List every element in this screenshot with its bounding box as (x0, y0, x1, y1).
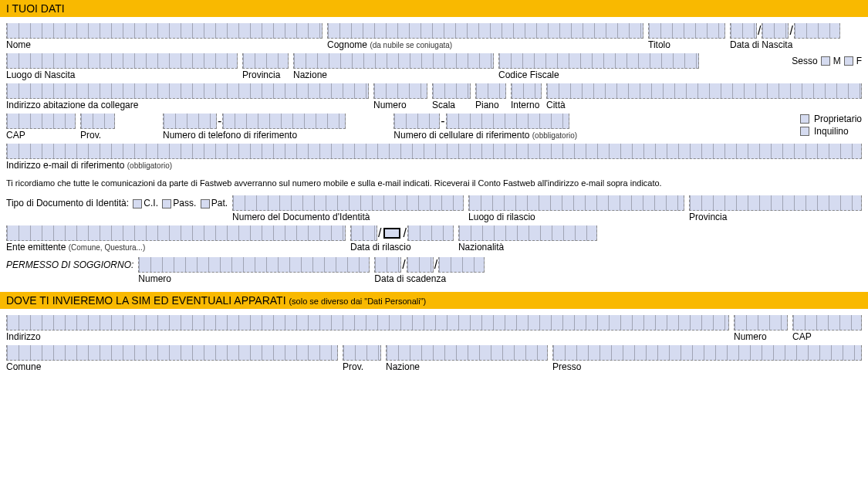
input-cap2[interactable] (792, 315, 862, 331)
input-presso[interactable] (552, 345, 862, 361)
input-codice-fiscale[interactable] (498, 53, 699, 69)
field-luogo-rilascio: Luogo di rilascio (468, 195, 684, 222)
field-piano: Piano (475, 83, 506, 110)
input-cap[interactable] (6, 114, 76, 129)
input-nascita-gg[interactable] (730, 23, 757, 39)
field-codice-fiscale: Codice Fiscale (498, 53, 699, 80)
checkbox-sesso-f[interactable] (844, 56, 853, 66)
field-telefono: - Numero di telefono di riferimento (163, 114, 346, 141)
input-num-doc[interactable] (232, 195, 464, 211)
field-scala: Scala (432, 83, 471, 110)
section-header-dati: I TUOI DATI (0, 0, 868, 17)
field-cap: CAP (6, 114, 76, 141)
field-interno: Interno (511, 83, 542, 110)
input-email[interactable] (6, 144, 862, 159)
input-ente[interactable] (6, 225, 346, 241)
checkbox-ci[interactable] (133, 199, 142, 208)
field-presso: Presso (552, 345, 862, 372)
input-citta[interactable] (546, 83, 862, 99)
input-scadenza-mm[interactable] (407, 257, 434, 273)
input-permesso-numero[interactable] (138, 257, 370, 273)
field-provincia-doc: Provincia (689, 195, 862, 222)
input-indirizzo2[interactable] (6, 315, 729, 331)
input-nascita-mm[interactable] (762, 23, 789, 39)
input-piano[interactable] (475, 83, 506, 99)
section-header-sim: DOVE TI INVIEREMO LA SIM ED EVENTUALI AP… (0, 292, 868, 309)
input-scadenza-aaaa[interactable] (438, 257, 485, 273)
input-scadenza-gg[interactable] (374, 257, 401, 273)
input-luogo-nascita[interactable] (6, 53, 238, 69)
input-cognome[interactable] (327, 23, 643, 39)
field-scadenza: / / Data di scadenza (374, 257, 485, 284)
field-nazione2: Nazione (386, 345, 548, 372)
input-numero2[interactable] (734, 315, 788, 331)
section2-subtitle: (solo se diverso dai "Dati Personali") (289, 297, 426, 306)
field-titolo: Titolo (648, 23, 725, 50)
field-email: Indirizzo e-mail di riferimento (obbliga… (6, 144, 862, 171)
input-luogo-rilascio[interactable] (468, 195, 684, 211)
input-indirizzo-abitazione[interactable] (6, 83, 369, 99)
field-num-doc: Numero del Documento d'Identità (232, 195, 464, 222)
checkbox-sesso-m[interactable] (821, 56, 830, 66)
input-rilascio-mm-highlight[interactable] (383, 228, 400, 239)
note-comunicazioni: Ti ricordiamo che tutte le comunicazioni… (0, 174, 868, 195)
input-nascita-aaaa[interactable] (794, 23, 840, 39)
field-prov: Prov. (80, 114, 115, 141)
input-cell-num[interactable] (446, 114, 569, 129)
input-comune[interactable] (6, 345, 338, 361)
input-rilascio-aaaa[interactable] (407, 225, 454, 241)
input-tel-prefix[interactable] (163, 114, 217, 129)
field-sesso: Sesso M F (792, 53, 862, 69)
field-prov2: Prov. (343, 345, 381, 372)
input-prov2[interactable] (343, 345, 381, 361)
field-nazionalita: Nazionalità (458, 225, 597, 253)
checkbox-inquilino[interactable] (800, 127, 809, 136)
input-interno[interactable] (511, 83, 542, 99)
input-cell-prefix[interactable] (393, 114, 440, 129)
field-nazione: Nazione (293, 53, 494, 80)
checkbox-proprietario[interactable] (800, 114, 809, 124)
input-nazionalita[interactable] (458, 225, 597, 241)
label-permesso: PERMESSO DI SOGGIORNO: (6, 257, 133, 273)
section2-title: DOVE TI INVIEREMO LA SIM ED EVENTUALI AP… (6, 294, 286, 307)
input-provincia-doc[interactable] (689, 195, 862, 211)
field-permesso-numero: Numero (138, 257, 370, 284)
block-proprietario-inquilino: Proprietario Inquilino (799, 114, 862, 137)
field-data-rilascio: / / Data di rilascio (350, 225, 454, 253)
input-nazione2[interactable] (386, 345, 548, 361)
field-luogo-nascita: Luogo di Nascita (6, 53, 238, 80)
section-title: I TUOI DATI (6, 2, 65, 15)
field-provincia: Provincia (242, 53, 289, 80)
field-data-nascita: / / Data di Nascita (730, 23, 840, 50)
input-titolo[interactable] (648, 23, 725, 39)
field-citta: Città (546, 83, 862, 110)
input-nome[interactable] (6, 23, 323, 39)
checkbox-pass[interactable] (162, 199, 171, 208)
input-numero[interactable] (373, 83, 427, 99)
field-comune: Comune (6, 345, 338, 372)
input-rilascio-gg[interactable] (350, 225, 377, 241)
field-indirizzo2: Indirizzo (6, 315, 729, 342)
field-ente: Ente emittente (Comune, Questura...) (6, 225, 346, 253)
input-prov[interactable] (80, 114, 115, 129)
field-nome: Nome (6, 23, 323, 50)
field-cellulare: - Numero di cellulare di riferimento (ob… (393, 114, 577, 141)
field-numero2: Numero (734, 315, 788, 342)
input-scala[interactable] (432, 83, 471, 99)
checkbox-pat[interactable] (201, 199, 210, 208)
input-provincia[interactable] (242, 53, 289, 69)
label-tipo-doc: Tipo di Documento di Identità: C.I. Pass… (6, 195, 228, 211)
field-cognome: Cognome (da nubile se coniugata) (327, 23, 643, 50)
input-nazione[interactable] (293, 53, 494, 69)
field-indirizzo-abitazione: Indirizzo abitazione da collegare (6, 83, 369, 110)
field-numero: Numero (373, 83, 427, 110)
field-cap2: CAP (792, 315, 862, 342)
input-tel-num[interactable] (222, 114, 346, 129)
